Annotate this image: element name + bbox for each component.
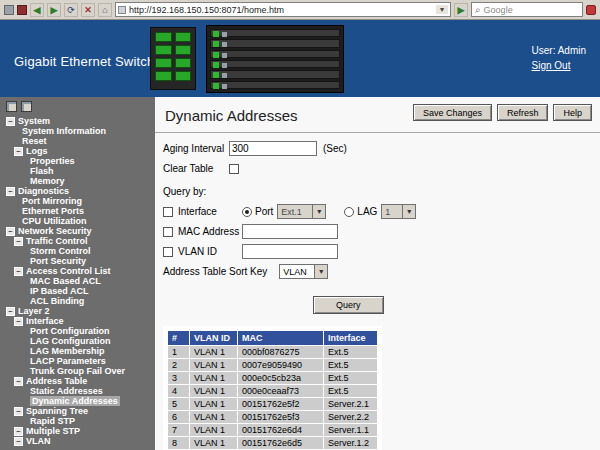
sidebar-item-label: Diagnostics: [18, 186, 69, 196]
port-select[interactable]: Ext.1 ▾: [277, 204, 326, 219]
sidebar-item-port-configuration[interactable]: Port Configuration: [0, 326, 155, 336]
sidebar-item-lacp-parameters[interactable]: LACP Parameters: [0, 356, 155, 366]
collapse-icon[interactable]: −: [14, 377, 23, 386]
vlan-id-input[interactable]: [242, 244, 338, 259]
sidebar-item-spanning-tree[interactable]: −Spanning Tree: [0, 406, 155, 416]
sidebar-item-label: CPU Utilization: [22, 216, 87, 226]
sidebar-item-dynamic-addresses[interactable]: Dynamic Addresses: [0, 396, 155, 406]
collapse-icon[interactable]: −: [14, 407, 23, 416]
search-box[interactable]: ⌕ Google: [471, 2, 583, 17]
collapse-icon[interactable]: −: [14, 317, 23, 326]
table-row: 5VLAN 100151762e5f2Server.2.1: [168, 398, 378, 411]
sidebar-item-ip-based-acl[interactable]: IP Based ACL: [0, 286, 155, 296]
sidebar-item-vlan[interactable]: −VLAN: [0, 436, 155, 446]
forward-icon[interactable]: ▶: [47, 3, 61, 17]
sort-key-select-arrow-icon[interactable]: ▾: [314, 265, 327, 278]
collapse-icon[interactable]: −: [14, 427, 23, 436]
sidebar-item-lag-membership[interactable]: LAG Membership: [0, 346, 155, 356]
refresh-button[interactable]: Refresh: [497, 104, 549, 121]
search-icon: ⌕: [475, 4, 481, 16]
collapse-icon[interactable]: −: [6, 307, 15, 316]
sidebar-item-multiple-stp[interactable]: −Multiple STP: [0, 426, 155, 436]
collapse-icon[interactable]: −: [14, 267, 23, 276]
app-header: Gigabit Ethernet Switch User: Admin Sign…: [0, 20, 600, 97]
sidebar-item-memory[interactable]: Memory: [0, 176, 155, 186]
sidebar-item-diagnostics[interactable]: −Diagnostics: [0, 186, 155, 196]
sidebar-item-properties[interactable]: Properties: [0, 156, 155, 166]
mac-address-input[interactable]: [242, 224, 338, 239]
sidebar-item-port-security[interactable]: Port Security: [0, 256, 155, 266]
interface-checkbox[interactable]: [163, 207, 173, 217]
reload-icon[interactable]: ⟳: [64, 3, 78, 17]
table-cell: VLAN 1: [190, 359, 238, 372]
vlan-id-label: VLAN ID: [178, 246, 242, 257]
port-radio[interactable]: [242, 207, 252, 217]
help-button[interactable]: Help: [553, 104, 592, 121]
sidebar-item-cpu-utilization[interactable]: CPU Utilization: [0, 216, 155, 226]
collapse-icon[interactable]: −: [14, 437, 23, 446]
lag-radio[interactable]: [344, 207, 354, 217]
url-bar[interactable]: http://192.168.150.150:8071/home.htm ▾: [115, 2, 451, 17]
lag-select-arrow-icon[interactable]: ▾: [402, 205, 415, 218]
query-form: Aging Interval (Sec) Clear Table Query b…: [163, 141, 600, 314]
url-text: http://192.168.150.150:8071/home.htm: [129, 5, 433, 15]
sidebar-item-ethernet-ports[interactable]: Ethernet Ports: [0, 206, 155, 216]
table-cell: VLAN 1: [190, 437, 238, 450]
expand-all-icon[interactable]: [6, 101, 17, 112]
sidebar-item-layer-2[interactable]: −Layer 2: [0, 306, 155, 316]
sidebar-item-address-table[interactable]: −Address Table: [0, 376, 155, 386]
sidebar-item-label: Port Configuration: [30, 326, 110, 336]
table-cell: Ext.5: [324, 372, 378, 385]
search-engine-label: Google: [484, 5, 513, 15]
sign-out-link[interactable]: Sign Out: [532, 59, 571, 72]
sidebar-item-access-control-list[interactable]: −Access Control List: [0, 266, 155, 276]
sidebar-item-label: Static Addresses: [30, 386, 103, 396]
vlan-id-checkbox[interactable]: [163, 247, 173, 257]
sidebar-item-system-information[interactable]: System Information: [0, 126, 155, 136]
sidebar-item-system[interactable]: −System: [0, 116, 155, 126]
sidebar-item-acl-binding[interactable]: ACL Binding: [0, 296, 155, 306]
port-select-arrow-icon[interactable]: ▾: [312, 205, 325, 218]
sidebar-item-rapid-stp[interactable]: Rapid STP: [0, 416, 155, 426]
sidebar-item-trunk-group-fail-over[interactable]: Trunk Group Fail Over: [0, 366, 155, 376]
sidebar-item-storm-control[interactable]: Storm Control: [0, 246, 155, 256]
sort-key-select[interactable]: VLAN ▾: [279, 264, 328, 279]
sidebar-item-logs[interactable]: −Logs: [0, 146, 155, 156]
switch-module-image: [150, 27, 196, 90]
sidebar-item-flash[interactable]: Flash: [0, 166, 155, 176]
mac-address-checkbox[interactable]: [163, 227, 173, 237]
query-button[interactable]: Query: [313, 296, 384, 314]
sidebar-item-label: Logs: [26, 146, 48, 156]
table-cell: 0007e9059490: [238, 359, 324, 372]
table-cell: 000e0ceaaf73: [238, 385, 324, 398]
table-row: 8VLAN 100151762e6d5Server.1.2: [168, 437, 378, 450]
table-cell: 8: [168, 437, 190, 450]
collapse-icon[interactable]: −: [6, 227, 15, 236]
url-dropdown-icon[interactable]: ▾: [436, 5, 448, 14]
go-icon[interactable]: ▶: [454, 3, 468, 17]
save-changes-button[interactable]: Save Changes: [413, 104, 492, 121]
aging-interval-input[interactable]: [229, 141, 317, 156]
home-icon[interactable]: ⌂: [98, 3, 112, 17]
sidebar-item-static-addresses[interactable]: Static Addresses: [0, 386, 155, 396]
interface-label: Interface: [178, 206, 242, 217]
collapse-icon[interactable]: −: [6, 187, 15, 196]
main-panel: Dynamic Addresses Save Changes Refresh H…: [155, 97, 600, 450]
lag-select[interactable]: 1 ▾: [381, 204, 416, 219]
collapse-icon[interactable]: −: [6, 117, 15, 126]
stop-icon[interactable]: ✕: [81, 3, 95, 17]
sidebar-item-label: Reset: [22, 136, 47, 146]
collapse-icon[interactable]: −: [14, 237, 23, 246]
collapse-all-icon[interactable]: [21, 101, 32, 112]
sidebar-item-lag-configuration[interactable]: LAG Configuration: [0, 336, 155, 346]
sidebar-item-network-security[interactable]: −Network Security: [0, 226, 155, 236]
collapse-icon[interactable]: −: [14, 147, 23, 156]
sidebar-item-port-mirroring[interactable]: Port Mirroring: [0, 196, 155, 206]
app-icon: [4, 5, 14, 15]
sidebar-item-traffic-control[interactable]: −Traffic Control: [0, 236, 155, 246]
clear-table-checkbox[interactable]: [229, 164, 239, 174]
sidebar-item-reset[interactable]: Reset: [0, 136, 155, 146]
back-icon[interactable]: ◀: [30, 3, 44, 17]
sidebar-item-interface[interactable]: −Interface: [0, 316, 155, 326]
sidebar-item-mac-based-acl[interactable]: MAC Based ACL: [0, 276, 155, 286]
